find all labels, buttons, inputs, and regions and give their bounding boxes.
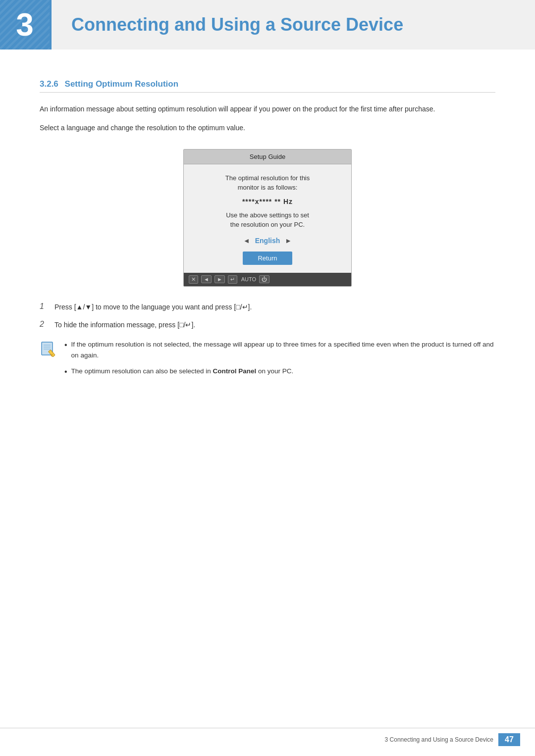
dialog-return-button[interactable]: Return xyxy=(243,252,292,265)
section-number: 3.2.6 xyxy=(40,79,58,89)
footer-chapter-text: 3 Connecting and Using a Source Device xyxy=(385,736,493,743)
footer-page-number: 47 xyxy=(498,733,520,746)
dialog-container: Setup Guide The optimal resolution for t… xyxy=(40,149,495,287)
step-1-text: Press [▲/▼] to move to the language you … xyxy=(54,302,252,312)
step-1-number: 1 xyxy=(40,302,49,311)
note-bullet-dot-2: • xyxy=(64,366,67,378)
note-bullets: • If the optimum resolution is not selec… xyxy=(64,339,495,382)
dialog-body: The optimal resolution for this monitor … xyxy=(184,164,351,273)
note-bullet-1: • If the optimum resolution is not selec… xyxy=(64,339,495,360)
note-section: • If the optimum resolution is not selec… xyxy=(40,339,495,382)
dialog-language-label: English xyxy=(255,237,280,245)
chapter-number: 3 xyxy=(16,9,34,41)
footer-icon-right: ► xyxy=(214,275,225,283)
dialog-resolution-value: ****x**** ** Hz xyxy=(194,198,341,205)
main-content: 3.2.6 Setting Optimum Resolution An info… xyxy=(0,69,535,412)
page-footer: 3 Connecting and Using a Source Device 4… xyxy=(0,728,535,746)
chapter-number-block: 3 xyxy=(0,0,50,50)
section-title: Setting Optimum Resolution xyxy=(65,79,179,89)
footer-icon-enter: ↵ xyxy=(228,275,237,284)
chapter-title: Connecting and Using a Source Device xyxy=(71,14,403,35)
step-2-text: To hide the information message, press [… xyxy=(54,319,195,330)
dialog-titlebar: Setup Guide xyxy=(184,150,351,164)
step-2-number: 2 xyxy=(40,319,49,329)
language-prev-arrow[interactable]: ◄ xyxy=(243,237,250,245)
note-bullet-2-text: The optimum resolution can also be selec… xyxy=(71,366,294,377)
language-next-arrow[interactable]: ► xyxy=(285,237,292,245)
body-paragraph-1: An information message about setting opt… xyxy=(40,103,495,115)
note-bullet-2: • The optimum resolution can also be sel… xyxy=(64,366,495,378)
chapter-title-block: Connecting and Using a Source Device xyxy=(50,0,535,50)
dialog-language-row: ◄ English ► xyxy=(194,237,341,245)
note-icon xyxy=(40,339,57,357)
note-bullet-1-text: If the optimum resolution is not selecte… xyxy=(71,339,495,360)
steps-section: 1 Press [▲/▼] to move to the language yo… xyxy=(40,302,495,331)
dialog-resolution-text: The optimal resolution for this monitor … xyxy=(194,173,341,193)
dialog-instruction-text: Use the above settings to set the resolu… xyxy=(194,210,341,230)
step-item-1: 1 Press [▲/▼] to move to the language yo… xyxy=(40,302,495,312)
footer-auto-text: AUTO xyxy=(241,276,256,282)
setup-dialog: Setup Guide The optimal resolution for t… xyxy=(183,149,352,287)
step-item-2: 2 To hide the information message, press… xyxy=(40,319,495,330)
note-bullet-dot-1: • xyxy=(64,339,67,351)
footer-icon-left: ◄ xyxy=(201,275,212,283)
section-heading: 3.2.6 Setting Optimum Resolution xyxy=(40,79,495,93)
footer-icon-power: ⏻ xyxy=(259,275,269,283)
footer-icon-x: ✕ xyxy=(189,275,198,284)
page-header: 3 Connecting and Using a Source Device xyxy=(0,0,535,50)
control-panel-bold: Control Panel xyxy=(213,367,257,375)
dialog-footer: ✕ ◄ ► ↵ AUTO ⏻ xyxy=(184,273,351,286)
body-paragraph-2: Select a language and change the resolut… xyxy=(40,122,495,134)
